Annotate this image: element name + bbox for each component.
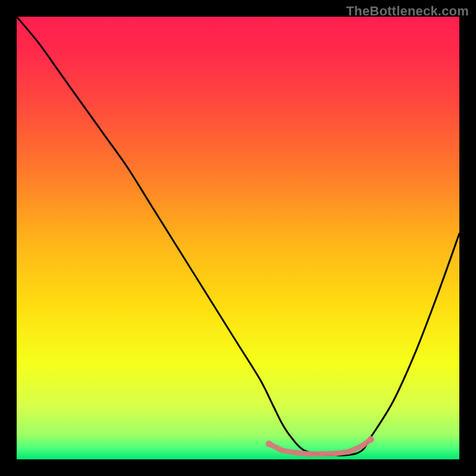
chart-frame: TheBottleneck.com [0, 0, 476, 476]
marker-endpoint [368, 436, 374, 443]
marker-endpoint [266, 440, 273, 447]
bottleneck-chart [17, 17, 459, 459]
plot-background [17, 17, 459, 459]
